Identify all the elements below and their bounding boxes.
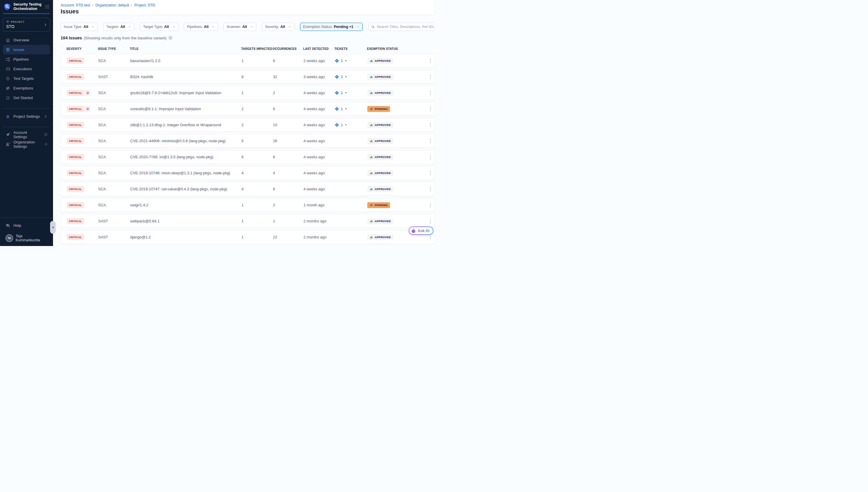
project-selector[interactable]: PROJECT STO — [3, 18, 50, 31]
filter-severity[interactable]: Severity: All — [262, 23, 294, 31]
issue-row[interactable]: CRITICAL SCA CVE-2020-7788: ini@1.3.5 (l… — [60, 150, 434, 164]
sidebar-item-issues[interactable]: Issues — [3, 45, 50, 54]
issue-title: B324: hashlib — [130, 75, 241, 79]
sidebar-item-executions[interactable]: Executions — [3, 64, 50, 74]
issue-row[interactable]: CRITICAL SAST django@1.2 1 22 2 months a… — [60, 230, 434, 244]
column-header: SEVERITY — [67, 47, 98, 50]
issue-row[interactable]: CRITICAL SCA CVE-2021-44906: minimist@0.… — [60, 134, 434, 148]
row-menu-button[interactable] — [427, 105, 434, 114]
table-header: SEVERITYISSUE TYPETITLETARGETS IMPACTEDO… — [60, 47, 434, 50]
ticket-caret-down-icon[interactable] — [345, 124, 347, 126]
ticket-caret-down-icon[interactable] — [345, 107, 347, 110]
issue-row[interactable]: CRITICAL SCA bassmaster//1.2.0 1 9 2 wee… — [60, 54, 434, 68]
issue-type: SCA — [98, 107, 130, 111]
last-detected: 4 weeks ago — [304, 123, 335, 127]
chevron-down-icon — [212, 25, 215, 28]
row-menu-button[interactable] — [427, 56, 434, 65]
issue-title: CVE-2021-44906: minimist@0.0.8 (lang-pkg… — [130, 139, 241, 143]
main-content: Account: STO test›Organization: default›… — [53, 0, 434, 246]
row-menu-button[interactable] — [427, 201, 434, 210]
ticket-caret-down-icon[interactable] — [345, 92, 347, 94]
info-icon[interactable] — [168, 36, 173, 40]
issue-type: SAST — [98, 75, 130, 79]
row-menu-button[interactable] — [427, 153, 434, 162]
issue-row[interactable]: CRITICAL SCA gnutls28@3.7.9-2+deb12u5: I… — [60, 86, 434, 100]
targets-impacted: 2 — [241, 123, 273, 127]
sidebar-item-label: Overview — [14, 38, 29, 42]
collapse-left-icon — [52, 226, 54, 229]
issue-row[interactable]: CRITICAL SCA CVE-2019-10747: set-value@0… — [60, 182, 434, 196]
sidebar-item-organization-settings[interactable]: Organization Settings — [3, 139, 50, 149]
sidebar-item-exemptions[interactable]: Exemptions — [3, 83, 50, 93]
issue-row[interactable]: CRITICAL SCA CVE-2019-10746: mixin-deep@… — [60, 166, 434, 180]
user-menu[interactable]: TK Teja Kummarikuntla — [3, 233, 50, 243]
exemption-status-badge: APPROVED — [367, 122, 393, 128]
filter-target-type[interactable]: Target Type: All — [140, 23, 178, 31]
filter-exemption-status[interactable]: Exemption Status: Pending +1 — [300, 23, 363, 31]
breadcrumb-link[interactable]: Organization: default — [96, 3, 129, 7]
sidebar-item-label: Get Started — [14, 96, 33, 100]
pipelines-icon — [5, 57, 10, 62]
thumbs-up-icon — [370, 188, 373, 191]
issue-row[interactable]: CRITICAL SCA swig//1.4.2 1 2 1 month ago… — [60, 198, 434, 212]
sidebar-item-project-settings[interactable]: Project Settings — [3, 112, 50, 121]
sidebar-item-pipelines[interactable]: Pipelines — [3, 54, 50, 64]
ask-ai-label: Ask AI — [418, 228, 429, 233]
search-input[interactable] — [377, 25, 434, 29]
module-grid-icon[interactable] — [45, 4, 50, 9]
issue-type: SCA — [98, 139, 130, 143]
occurrences: 32 — [273, 75, 304, 79]
help-button[interactable]: ? Help — [3, 221, 50, 230]
occurrences: 2 — [273, 91, 304, 95]
row-menu-button[interactable] — [427, 217, 434, 226]
filter-issue-type[interactable]: Issue Type: All — [60, 23, 98, 31]
column-header: LAST DETECTED — [303, 47, 334, 50]
info-icon[interactable] — [45, 142, 48, 146]
filter-scanner[interactable]: Scanner: All — [223, 23, 256, 31]
issue-row[interactable]: CRITICAL SAST B324: hashlib 8 32 3 weeks… — [60, 70, 434, 84]
targets-impacted: 4 — [241, 171, 273, 175]
breadcrumb-separator: › — [131, 3, 132, 7]
breadcrumb-link[interactable]: Account: STO test — [60, 3, 90, 7]
row-menu-button[interactable] — [427, 89, 434, 97]
issue-row[interactable]: CRITICAL SCA zlib@1:1.2.13.dfsg-1: Integ… — [60, 118, 434, 132]
issues-table: CRITICAL SCA bassmaster//1.2.0 1 9 2 wee… — [60, 54, 434, 246]
row-menu-button[interactable] — [427, 121, 434, 129]
column-header: TITLE — [130, 47, 241, 50]
sidebar-item-account-settings[interactable]: Account Settings — [3, 130, 50, 139]
sidebar-item-overview[interactable]: Overview — [3, 35, 50, 45]
ask-ai-button[interactable]: Ask AI — [409, 226, 433, 235]
exemption-status-badge: PENDING — [367, 106, 390, 112]
filter-targets[interactable]: Targets: All — [103, 23, 134, 31]
thumbs-up-icon — [370, 155, 373, 159]
row-menu-button[interactable] — [427, 185, 434, 194]
breadcrumb-link[interactable]: Project: STO — [134, 3, 155, 7]
chevron-down-icon — [288, 25, 291, 28]
issue-title: CVE-2020-7788: ini@1.3.5 (lang-pkgs, nod… — [130, 155, 241, 159]
severity-badge: CRITICAL — [67, 122, 84, 128]
search-box[interactable] — [368, 23, 434, 31]
issue-row[interactable]: CRITICAL SCA coreutils@9.1-1: Improper I… — [60, 102, 434, 116]
row-menu-button[interactable] — [427, 137, 434, 145]
sidebar-nav: Overview Issues Pipelines Executions Tes… — [0, 35, 53, 103]
jira-ticket-icon — [335, 58, 339, 63]
sidebar-item-test-targets[interactable]: Test Targets — [3, 74, 50, 83]
row-menu-button[interactable] — [427, 73, 434, 81]
exemption-status-badge: APPROVED — [367, 74, 393, 80]
ticket-caret-down-icon[interactable] — [345, 75, 347, 78]
sidebar-collapse-handle[interactable] — [50, 221, 56, 234]
row-menu-button[interactable] — [427, 169, 434, 177]
info-icon[interactable] — [44, 132, 48, 137]
exemption-status-badge: APPROVED — [367, 90, 393, 96]
last-detected: 2 weeks ago — [304, 58, 335, 63]
thumbs-up-icon — [370, 123, 373, 127]
chevron-down-icon — [128, 25, 131, 28]
last-detected: 2 months ago — [304, 235, 335, 239]
last-detected: 3 weeks ago — [304, 75, 335, 79]
chevron-right-icon — [44, 115, 48, 118]
issue-row[interactable]: CRITICAL SAST webpack@5.64.1 1 1 2 month… — [60, 214, 434, 228]
sidebar-item-get-started[interactable]: Get Started — [3, 93, 50, 103]
filter-pipelines[interactable]: Pipelines: All — [184, 23, 218, 31]
targets-impacted: 6 — [241, 155, 273, 159]
ticket-caret-down-icon[interactable] — [345, 59, 347, 62]
